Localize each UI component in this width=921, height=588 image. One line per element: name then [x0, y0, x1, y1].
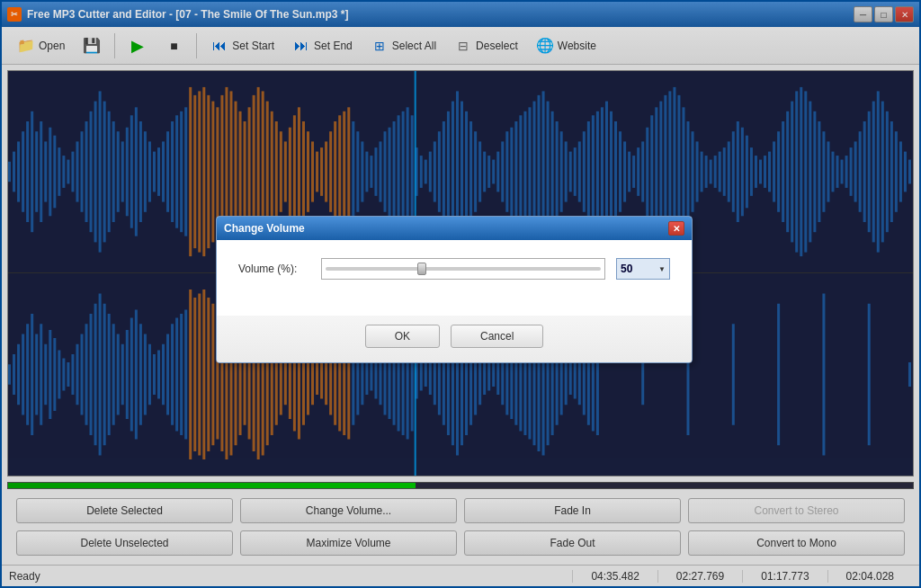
dialog-title: Change Volume	[224, 222, 305, 235]
dialog-title-bar: Change Volume ✕	[217, 217, 692, 240]
dialog-buttons: OK Cancel	[217, 316, 692, 362]
volume-label: Volume (%):	[238, 263, 310, 275]
volume-slider-thumb[interactable]	[417, 263, 426, 275]
volume-slider-track	[326, 267, 601, 271]
ok-button[interactable]: OK	[365, 325, 440, 348]
volume-slider-container[interactable]	[321, 258, 605, 280]
modal-overlay: Change Volume ✕ Volume (%): ▼ OK Cancel	[0, 0, 921, 588]
volume-value-input[interactable]	[621, 263, 657, 275]
volume-value-dropdown[interactable]: ▼	[616, 258, 670, 280]
volume-row: Volume (%): ▼	[238, 258, 670, 280]
dialog-close-button[interactable]: ✕	[668, 221, 684, 236]
dropdown-arrow-icon[interactable]: ▼	[658, 265, 666, 273]
change-volume-dialog: Change Volume ✕ Volume (%): ▼ OK Cancel	[216, 216, 693, 363]
dialog-content: Volume (%): ▼	[217, 240, 692, 316]
cancel-button[interactable]: Cancel	[451, 325, 543, 348]
